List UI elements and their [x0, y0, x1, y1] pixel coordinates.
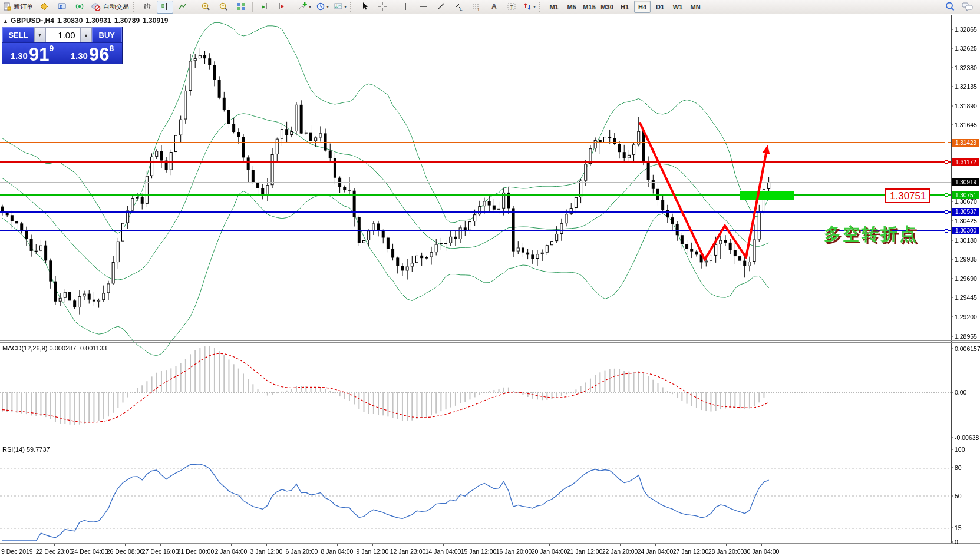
bar-chart-button[interactable]	[139, 1, 156, 14]
timeframe-button-mn[interactable]: MN	[687, 1, 704, 13]
sell-price[interactable]: 1.30919	[2, 43, 62, 64]
toolbar-right-group	[941, 1, 976, 14]
rsi-indicator-label: RSI(14) 59.7737	[2, 446, 50, 453]
indicators-button[interactable]: ▾	[296, 1, 313, 14]
horizontal-line-button[interactable]	[415, 1, 431, 14]
new-order-label: 新订单	[14, 2, 33, 11]
rsi-axis-tick: 100	[955, 446, 980, 453]
arrows-button[interactable]: ▾	[521, 1, 537, 14]
search-icon	[945, 1, 955, 13]
fibonacci-icon: F	[471, 2, 481, 12]
trendline-button[interactable]	[433, 1, 449, 14]
autotrading-button[interactable]: 自动交易	[89, 1, 131, 14]
lot-decrease-button[interactable]: ▾	[34, 27, 45, 42]
dropdown-caret-icon: ▾	[344, 4, 347, 9]
zoom-out-button[interactable]	[215, 1, 232, 14]
buy-price[interactable]: 1.30968	[62, 43, 122, 64]
buy-price-point: 8	[109, 44, 114, 53]
time-axis-label: 27 Jan 12:00	[673, 548, 709, 555]
channel-button[interactable]: E	[450, 1, 467, 14]
collapse-panel-icon[interactable]: ▲	[3, 18, 8, 24]
timeframe-button-d1[interactable]: D1	[652, 1, 668, 13]
vertical-line-icon	[401, 2, 410, 12]
pane-separator[interactable]	[0, 342, 980, 343]
price-axis-tick: 1.32380	[955, 64, 980, 71]
chat-button[interactable]	[959, 1, 976, 14]
templates-button[interactable]: ▾	[332, 1, 348, 14]
spinner-down-icon: ▾	[38, 32, 41, 38]
svg-text:E: E	[460, 7, 463, 11]
line-chart-button[interactable]	[174, 1, 191, 14]
new-order-icon	[2, 2, 12, 12]
timeframe-button-m1[interactable]: M1	[546, 1, 562, 13]
horizontal-line-icon	[418, 2, 428, 12]
time-axis-label: 24 Jan 04:00	[638, 548, 674, 555]
macd-axis-tick: 0.00	[955, 389, 980, 396]
timeframe-button-m5[interactable]: M5	[563, 1, 580, 13]
search-button[interactable]	[942, 1, 958, 14]
toolbar-separator	[252, 2, 253, 12]
time-axis-label: 21 Jan 12:00	[567, 548, 603, 555]
lot-size-input[interactable]: 1.00	[45, 27, 81, 42]
chat-icon	[962, 1, 974, 13]
time-axis-label: 26 Dec 08:00	[107, 548, 143, 555]
trendline-icon	[436, 2, 446, 12]
macd-indicator-label: MACD(12,26,9) 0.000287 -0.001133	[2, 345, 107, 352]
price-callout-box[interactable]: 1.30751	[885, 188, 930, 203]
chart-shift-icon	[277, 2, 286, 12]
fibonacci-button[interactable]: F	[468, 1, 484, 14]
autotrading-cloud-icon	[91, 2, 101, 12]
toolbar-gripper	[350, 2, 354, 12]
text-button[interactable]: A	[486, 1, 502, 14]
autotrading-label: 自动交易	[103, 2, 129, 11]
lot-increase-button[interactable]: ▴	[81, 27, 92, 42]
vertical-line-button[interactable]	[397, 1, 414, 14]
tile-windows-button[interactable]	[233, 1, 249, 14]
time-axis-label: 20 Jan 04:00	[532, 548, 567, 555]
metaeditor-button[interactable]	[36, 1, 52, 14]
chart-canvas[interactable]	[0, 0, 980, 559]
pivot-annotation-text: 多空转折点	[824, 223, 918, 246]
price-axis-label: 1.30751	[952, 191, 979, 199]
time-axis-label: 9 Dec 2019	[1, 548, 33, 555]
price-axis-tick: 1.31890	[955, 102, 980, 110]
cursor-button[interactable]	[357, 1, 373, 14]
chart-shift-button[interactable]	[273, 1, 290, 14]
toolbar-separator	[293, 2, 293, 12]
svg-text:A: A	[491, 2, 497, 11]
auto-scroll-button[interactable]	[256, 1, 272, 14]
one-click-trading-panel: SELL ▾ 1.00 ▴ BUY 1.30919 1.30968	[2, 27, 123, 64]
timeframe-button-h1[interactable]: H1	[616, 1, 633, 13]
auto-scroll-icon	[259, 2, 269, 12]
time-axis-label: 31 Dec 00:00	[177, 548, 214, 555]
timeframe-button-m30[interactable]: M30	[599, 1, 615, 13]
timeframe-button-h4[interactable]: H4	[634, 1, 651, 13]
rsi-axis-tick: 80	[955, 464, 980, 471]
periods-button[interactable]: ▾	[314, 1, 331, 14]
symbol-period-label: GBPUSD-,H4	[11, 16, 54, 25]
price-axis-tick: 1.28955	[955, 333, 980, 340]
time-axis-label: 15 Jan 12:00	[461, 548, 497, 555]
toolbar-separator	[394, 2, 394, 12]
buy-button[interactable]: BUY	[92, 27, 123, 42]
pane-separator[interactable]	[0, 442, 980, 442]
sell-button[interactable]: SELL	[2, 27, 34, 42]
pane-separator[interactable]	[0, 444, 980, 444]
buy-price-prefix: 1.30	[71, 51, 88, 61]
dropdown-caret-icon: ▾	[326, 4, 329, 9]
terminal-button[interactable]	[54, 1, 70, 14]
strategy-tester-button[interactable]	[71, 1, 88, 14]
text-label-icon: T	[507, 2, 516, 12]
new-order-button[interactable]: 新订单	[1, 1, 35, 14]
price-axis-tick: 1.29935	[955, 256, 980, 263]
price-axis-tick: 1.29200	[955, 313, 980, 320]
text-label-button[interactable]: T	[503, 1, 520, 14]
pane-separator[interactable]	[0, 340, 980, 341]
time-axis-label: 9 Jan 12:00	[357, 548, 389, 555]
candlestick-chart-button[interactable]	[157, 1, 173, 14]
zoom-in-button[interactable]	[197, 1, 214, 14]
crosshair-button[interactable]	[374, 1, 391, 14]
time-axis-label: 12 Jan 23:00	[390, 548, 426, 555]
timeframe-button-w1[interactable]: W1	[669, 1, 686, 13]
timeframe-button-m15[interactable]: M15	[581, 1, 598, 13]
